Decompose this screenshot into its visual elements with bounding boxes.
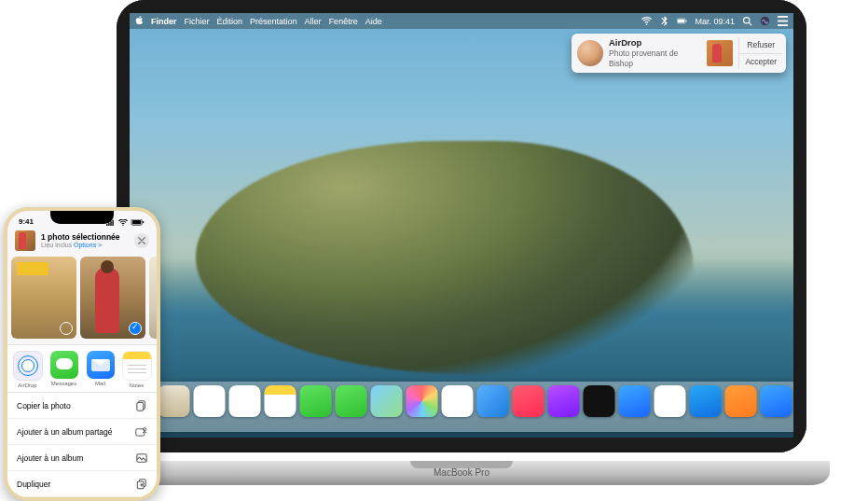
share-app-messages[interactable]: Messages: [48, 351, 81, 388]
select-indicator-on-icon[interactable]: [129, 322, 142, 335]
notification-subtitle: Photo provenant de Bishop: [609, 49, 701, 68]
menu-file[interactable]: Fichier: [185, 17, 210, 26]
notification-sender-avatar: [577, 40, 603, 66]
svg-rect-9: [106, 224, 107, 226]
svg-point-3: [744, 18, 750, 23]
menu-app-name[interactable]: Finder: [151, 17, 177, 26]
menu-view[interactable]: Présentation: [250, 17, 297, 26]
iphone-time: 9:41: [19, 217, 34, 226]
dock-app-music[interactable]: [513, 385, 544, 417]
share-action-duplicate[interactable]: Dupliquer: [7, 471, 157, 497]
spotlight-icon[interactable]: [742, 16, 752, 26]
dock-app-notes[interactable]: [265, 385, 296, 417]
battery-status-icon[interactable]: [677, 16, 687, 26]
share-app-row: AirDrop Messages Mail Notes: [7, 344, 157, 393]
svg-rect-6: [778, 16, 788, 18]
duplicate-icon: [135, 478, 147, 490]
bluetooth-status-icon[interactable]: [659, 16, 669, 26]
menu-go[interactable]: Aller: [305, 17, 322, 26]
share-sheet-header: 1 photo sélectionnée Lieu inclus Options…: [7, 227, 157, 255]
notification-title: AirDrop: [609, 37, 701, 49]
dock-app-podcasts[interactable]: [548, 385, 580, 417]
share-subtitle-text: Lieu inclus: [41, 242, 74, 248]
notification-decline-button[interactable]: Refuser: [739, 37, 782, 54]
share-action-album[interactable]: Ajouter à un album: [7, 445, 157, 471]
share-close-button[interactable]: [134, 233, 149, 248]
share-action-list: Copier la photo Ajouter à un album parta…: [7, 393, 157, 497]
share-options-link[interactable]: Options >: [74, 242, 102, 248]
svg-rect-8: [778, 24, 788, 26]
dock-app-photos[interactable]: [406, 385, 438, 417]
dock-app-keynote[interactable]: [690, 385, 722, 417]
airdrop-notification: AirDrop Photo provenant de Bishop Refuse…: [572, 34, 786, 73]
menu-help[interactable]: Aide: [365, 17, 382, 26]
iphone-notch: [50, 211, 114, 224]
dock-app-calendar[interactable]: [194, 385, 226, 417]
svg-line-4: [749, 22, 751, 25]
share-photo-3[interactable]: [149, 257, 157, 339]
mac-model-label: MacBook Pro: [93, 467, 830, 478]
menu-clock[interactable]: Mar. 09:41: [695, 17, 735, 26]
dock-app-contacts[interactable]: [158, 385, 190, 417]
share-app-label: Mail: [84, 381, 117, 386]
notes-icon: [122, 351, 152, 381]
share-photo-2-selected[interactable]: [80, 257, 145, 339]
dock-app-facetime[interactable]: [336, 385, 367, 417]
dock-app-preview[interactable]: [477, 385, 509, 417]
battery-icon: [131, 219, 145, 226]
share-app-label: Notes: [120, 383, 154, 388]
album-icon: [135, 452, 147, 464]
share-title: 1 photo sélectionnée: [41, 233, 134, 242]
share-app-airdrop[interactable]: AirDrop: [11, 351, 45, 388]
share-photo-1[interactable]: [11, 257, 76, 339]
svg-rect-12: [112, 220, 113, 226]
notification-preview-thumb: [707, 40, 733, 66]
share-action-label: Ajouter à un album partagé: [17, 427, 113, 437]
messages-icon: [50, 351, 78, 379]
svg-rect-2: [686, 21, 687, 22]
select-indicator-off-icon[interactable]: [60, 322, 73, 335]
svg-rect-11: [110, 221, 111, 226]
share-header-thumb: [15, 230, 35, 251]
macbook-pro: Finder Fichier Édition Présentation Alle…: [93, 0, 830, 485]
dock-app-calendar-date[interactable]: [442, 385, 474, 417]
dock-app-maps[interactable]: [371, 385, 403, 417]
airdrop-icon: [13, 351, 43, 381]
dock-app-appstore2[interactable]: [761, 385, 792, 417]
notification-center-icon[interactable]: [778, 16, 788, 26]
share-app-label: AirDrop: [11, 383, 45, 388]
share-app-notes[interactable]: Notes: [120, 351, 154, 388]
shared-album-icon: [135, 425, 147, 438]
menu-edit[interactable]: Édition: [217, 17, 243, 26]
notification-accept-button[interactable]: Accepter: [739, 54, 782, 70]
svg-rect-15: [143, 221, 144, 223]
mac-desktop[interactable]: Finder Fichier Édition Présentation Alle…: [130, 13, 793, 438]
close-icon: [138, 237, 145, 244]
share-action-shared-album[interactable]: Ajouter à un album partagé: [7, 419, 157, 445]
dock-app-reminders[interactable]: [229, 385, 261, 417]
dock-app-tv[interactable]: [584, 385, 615, 417]
menu-bar: Finder Fichier Édition Présentation Alle…: [130, 13, 793, 29]
svg-rect-1: [678, 20, 685, 23]
share-action-label: Dupliquer: [17, 480, 50, 489]
apple-menu[interactable]: [135, 16, 144, 26]
notification-text: AirDrop Photo provenant de Bishop: [609, 37, 701, 68]
svg-rect-7: [778, 21, 788, 22]
share-action-copy[interactable]: Copier la photo: [7, 393, 157, 419]
dock-app-appstore[interactable]: [619, 385, 651, 417]
dock-app-numbers[interactable]: [654, 385, 686, 417]
svg-rect-14: [132, 220, 141, 224]
mail-icon: [87, 351, 115, 379]
dock-app-messages[interactable]: [300, 385, 332, 417]
share-subtitle[interactable]: Lieu inclus Options >: [41, 242, 134, 249]
menu-window[interactable]: Fenêtre: [329, 17, 358, 26]
share-photo-strip[interactable]: [7, 255, 157, 344]
dock: [130, 382, 793, 432]
dock-app-pages[interactable]: [725, 385, 757, 417]
share-app-mail[interactable]: Mail: [84, 351, 117, 388]
iphone: 9:41 1 photo sélectionnée Lieu inclus Op…: [4, 207, 160, 501]
siri-icon[interactable]: [760, 16, 770, 26]
iphone-screen[interactable]: 9:41 1 photo sélectionnée Lieu inclus Op…: [7, 211, 157, 497]
share-action-label: Ajouter à un album: [17, 453, 83, 463]
wifi-status-icon[interactable]: [641, 16, 652, 26]
